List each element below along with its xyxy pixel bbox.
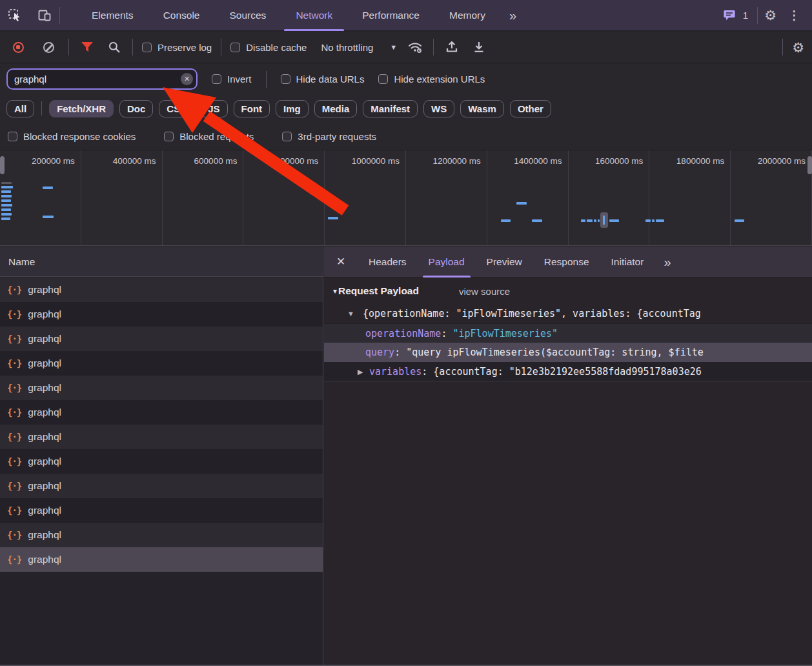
request-row[interactable]: {·}graphql bbox=[0, 498, 323, 523]
payload-text: variables: {accountTag: "b12e3b2192ee558… bbox=[324, 366, 702, 378]
filter-row: ✕ Invert Hide data URLs Hide extension U… bbox=[0, 64, 812, 94]
network-settings-gear-icon[interactable]: ⚙ bbox=[792, 41, 804, 54]
blocked-requests-checkbox[interactable] bbox=[164, 132, 174, 141]
filter-funnel-icon[interactable] bbox=[78, 38, 96, 56]
payload-row[interactable]: ▼{operationName: "ipFlowTimeseries", var… bbox=[324, 304, 812, 323]
request-type-chips: AllFetch/XHRDocCSSJSFontImgMediaManifest… bbox=[0, 94, 812, 123]
more-tabs-chevron[interactable]: » bbox=[500, 1, 524, 30]
request-row[interactable]: {·}graphql bbox=[0, 523, 323, 547]
chip-doc[interactable]: Doc bbox=[119, 100, 153, 117]
timeline-tick-label: 200000 ms bbox=[0, 150, 81, 166]
timeline-activity-bar bbox=[581, 219, 585, 222]
blocked-cookies-checkbox[interactable] bbox=[8, 132, 17, 141]
throttling-select[interactable]: No throttling ▼ bbox=[321, 42, 397, 53]
timeline-activity-bar bbox=[652, 219, 655, 222]
detail-tab-initiator[interactable]: Initiator bbox=[600, 247, 655, 278]
chip-manifest[interactable]: Manifest bbox=[363, 100, 418, 117]
expand-triangle-icon[interactable]: ▶ bbox=[358, 362, 363, 381]
chip-img[interactable]: Img bbox=[276, 100, 309, 117]
view-source-link[interactable]: view source bbox=[459, 286, 510, 297]
chip-js[interactable]: JS bbox=[200, 100, 227, 117]
close-detail-icon[interactable]: ✕ bbox=[324, 255, 358, 268]
timeline-column-1: 200000 ms bbox=[0, 150, 81, 245]
hide-data-urls-checkbox[interactable] bbox=[281, 74, 290, 84]
request-detail-tabbar: ✕ HeadersPayloadPreviewResponseInitiator… bbox=[324, 247, 812, 278]
tab-performance[interactable]: Performance bbox=[347, 0, 434, 31]
record-network-log-icon[interactable] bbox=[13, 42, 24, 53]
timeline-activity-bar bbox=[1, 217, 10, 220]
device-toolbar-icon[interactable] bbox=[30, 0, 59, 31]
request-name: graphql bbox=[28, 308, 61, 320]
clear-network-log-icon[interactable] bbox=[43, 42, 54, 53]
timeline-tick-label: 600000 ms bbox=[163, 150, 243, 166]
detail-tab-payload[interactable]: Payload bbox=[418, 247, 476, 278]
request-row[interactable]: {·}graphql bbox=[0, 278, 323, 302]
chip-all[interactable]: All bbox=[6, 100, 34, 117]
fetch-braces-icon: {·} bbox=[7, 530, 21, 540]
import-har-icon[interactable] bbox=[443, 38, 461, 56]
chip-font[interactable]: Font bbox=[234, 100, 270, 117]
chip-other[interactable]: Other bbox=[510, 100, 551, 117]
request-row[interactable]: {·}graphql bbox=[0, 351, 323, 376]
overview-left-handle[interactable] bbox=[0, 156, 5, 174]
request-row[interactable]: {·}graphql bbox=[0, 302, 323, 327]
tab-elements[interactable]: Elements bbox=[77, 0, 148, 31]
timeline-activity-bar bbox=[328, 217, 338, 219]
network-overview-timeline[interactable]: 200000 ms400000 ms600000 ms800000 ms1000… bbox=[0, 150, 812, 246]
fetch-braces-icon: {·} bbox=[7, 456, 21, 467]
inspect-element-icon[interactable] bbox=[0, 0, 30, 31]
filter-input[interactable] bbox=[6, 68, 198, 90]
hide-data-urls-label: Hide data URLs bbox=[296, 74, 365, 85]
issues-message-icon[interactable] bbox=[724, 9, 736, 21]
collapse-triangle-icon[interactable]: ▾ bbox=[333, 287, 337, 296]
divider bbox=[221, 39, 221, 56]
invert-checkbox[interactable] bbox=[212, 74, 221, 84]
chip-wasm[interactable]: Wasm bbox=[460, 100, 504, 117]
timeline-tick-label: 1200000 ms bbox=[406, 150, 487, 166]
request-row[interactable]: {·}graphql bbox=[0, 400, 323, 425]
chip-fetch-xhr[interactable]: Fetch/XHR bbox=[49, 100, 114, 117]
request-row[interactable]: {·}graphql bbox=[0, 449, 323, 474]
payload-row[interactable]: ▶variables: {accountTag: "b12e3b2192ee55… bbox=[324, 362, 812, 381]
payload-row[interactable]: operationName: "ipFlowTimeseries" bbox=[324, 323, 812, 343]
invert-group: Invert bbox=[212, 74, 252, 85]
search-icon[interactable] bbox=[105, 38, 123, 56]
divider bbox=[757, 7, 758, 24]
chip-css[interactable]: CSS bbox=[159, 100, 194, 117]
chip-media[interactable]: Media bbox=[314, 100, 358, 117]
tab-network[interactable]: Network bbox=[281, 0, 347, 31]
hide-extension-urls-group: Hide extension URLs bbox=[378, 74, 485, 85]
tab-console[interactable]: Console bbox=[148, 0, 215, 31]
overview-right-handle[interactable] bbox=[807, 156, 812, 174]
hide-extension-urls-label: Hide extension URLs bbox=[394, 74, 485, 85]
detail-tab-preview[interactable]: Preview bbox=[476, 247, 533, 278]
tab-sources[interactable]: Sources bbox=[215, 0, 281, 31]
tab-memory[interactable]: Memory bbox=[434, 0, 500, 31]
detail-tabs: HeadersPayloadPreviewResponseInitiator bbox=[358, 247, 655, 278]
hide-extension-urls-checkbox[interactable] bbox=[378, 74, 388, 84]
request-row[interactable]: {·}graphql bbox=[0, 376, 323, 400]
request-row[interactable]: {·}graphql bbox=[0, 425, 323, 449]
name-column-header[interactable]: Name bbox=[0, 247, 323, 277]
network-conditions-icon[interactable] bbox=[406, 38, 424, 56]
preserve-log-checkbox[interactable] bbox=[142, 43, 152, 52]
request-row[interactable]: {·}graphql bbox=[0, 327, 323, 351]
customize-menu-icon[interactable]: ⋮ bbox=[783, 8, 806, 23]
timeline-activity-bar bbox=[516, 202, 527, 205]
third-party-checkbox[interactable] bbox=[282, 132, 292, 141]
expand-triangle-icon[interactable]: ▼ bbox=[347, 304, 354, 323]
settings-gear-icon[interactable]: ⚙ bbox=[764, 8, 776, 22]
clear-filter-icon[interactable]: ✕ bbox=[181, 73, 193, 85]
detail-more-tabs-chevron[interactable]: » bbox=[655, 247, 678, 277]
payload-row-selected[interactable]: query: "query ipFlowTimeseries($accountT… bbox=[324, 343, 812, 362]
timeline-column-4: 800000 ms bbox=[243, 150, 325, 245]
request-row[interactable]: {·}graphql bbox=[0, 547, 323, 572]
payload-rows: ▼{operationName: "ipFlowTimeseries", var… bbox=[324, 304, 812, 381]
detail-tab-headers[interactable]: Headers bbox=[358, 247, 418, 278]
export-har-icon[interactable] bbox=[470, 38, 488, 56]
disable-cache-checkbox[interactable] bbox=[230, 43, 240, 52]
chip-ws[interactable]: WS bbox=[423, 100, 454, 117]
request-row[interactable]: {·}graphql bbox=[0, 474, 323, 498]
detail-tab-response[interactable]: Response bbox=[533, 247, 600, 278]
timeline-activity-bar bbox=[735, 219, 744, 222]
